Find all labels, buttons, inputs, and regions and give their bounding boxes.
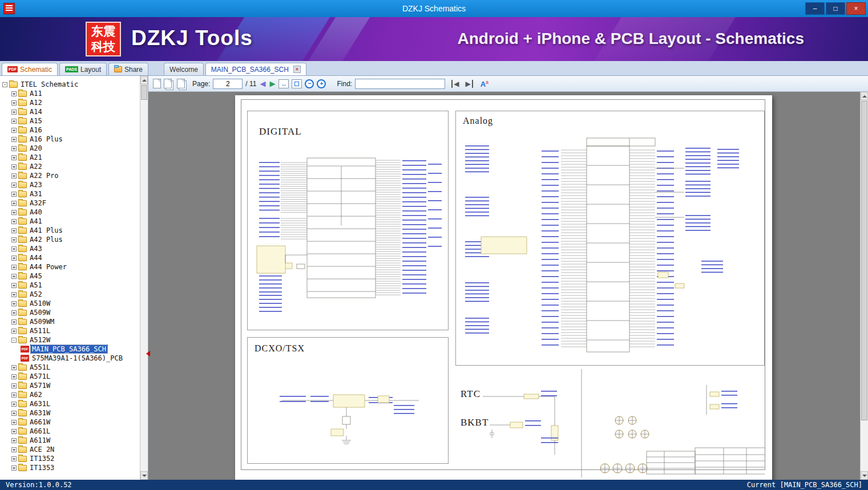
tree-item-folder[interactable]: +A41 (0, 217, 140, 226)
scroll-up-icon[interactable] (861, 92, 868, 100)
schematic-page[interactable]: DIGITAL Analog DCXO/TSX RTC BKBT (235, 95, 772, 480)
continuous-view-icon[interactable] (164, 79, 172, 88)
expand-icon[interactable]: + (11, 301, 17, 306)
tree-item-folder[interactable]: +A62 (0, 390, 140, 399)
tree-item-folder[interactable]: +A44 (0, 253, 140, 262)
pdf-viewer[interactable]: DIGITAL Analog DCXO/TSX RTC BKBT (148, 92, 868, 480)
expand-icon[interactable]: + (11, 374, 17, 379)
tree-item-file[interactable]: PDFMAIN_PCB_SA366_SCH (0, 345, 140, 354)
expand-icon[interactable]: + (11, 438, 17, 443)
expand-icon[interactable]: + (11, 210, 17, 215)
tree-item-folder[interactable]: +A511L (0, 326, 140, 335)
tab-layout[interactable]: PADS Layout (59, 63, 107, 75)
tree-item-folder[interactable]: +A611W (0, 436, 140, 445)
expand-icon[interactable]: + (11, 383, 17, 388)
tree-item-folder[interactable]: -ITEL Schematic (0, 80, 140, 89)
tree-item-folder[interactable]: +A23 (0, 180, 140, 189)
tree-item-folder[interactable]: +A43 (0, 244, 140, 253)
tree-item-folder[interactable]: +A15 (0, 116, 140, 125)
close-button[interactable]: × (846, 2, 866, 15)
expand-icon[interactable]: + (11, 146, 17, 151)
tree-item-folder[interactable]: +A44 Power (0, 262, 140, 272)
tree-item-file[interactable]: PDFS75MA39A1-1(SA366)_PCB (0, 354, 140, 363)
tree-item-folder[interactable]: +A509W (0, 308, 140, 317)
facing-pages-view-icon[interactable] (177, 79, 185, 88)
expand-icon[interactable]: + (11, 292, 17, 297)
expand-icon[interactable]: + (11, 365, 17, 370)
viewer-scrollbar[interactable] (860, 92, 868, 480)
expand-icon[interactable]: + (11, 329, 17, 334)
fit-page-button[interactable] (292, 79, 302, 88)
tree-item-folder[interactable]: +A510W (0, 299, 140, 308)
expand-icon[interactable]: + (11, 119, 17, 124)
fit-width-button[interactable]: ↔ (278, 79, 289, 88)
expand-icon[interactable]: + (11, 274, 17, 279)
expand-icon[interactable]: + (11, 319, 17, 325)
tree-scrollbar[interactable] (140, 76, 148, 480)
expand-icon[interactable]: + (11, 137, 17, 142)
tree-item-folder[interactable]: +A571W (0, 381, 140, 390)
tree-item-folder[interactable]: +A21 (0, 153, 140, 162)
collapse-sidebar-arrow-icon[interactable] (143, 351, 150, 357)
scrollbar-thumb[interactable] (141, 85, 147, 100)
tree-item-folder[interactable]: +A16 (0, 125, 140, 135)
match-case-button[interactable]: Aa (481, 79, 488, 88)
tree-item-folder[interactable]: +A571L (0, 372, 140, 381)
tree-item-folder[interactable]: +A31 (0, 189, 140, 199)
zoom-out-button[interactable]: − (305, 79, 314, 88)
expand-icon[interactable]: + (11, 420, 17, 425)
tree-item-folder[interactable]: +A22 Pro (0, 171, 140, 180)
expand-icon[interactable]: + (11, 411, 17, 416)
tree-item-folder[interactable]: +A45 (0, 272, 140, 281)
collapse-icon[interactable]: - (11, 338, 17, 343)
tree-item-folder[interactable]: +A51 (0, 281, 140, 290)
next-page-button[interactable]: ▶ (269, 79, 276, 88)
expand-icon[interactable]: + (11, 228, 17, 233)
scroll-down-icon[interactable] (861, 471, 868, 480)
scroll-down-icon[interactable] (140, 471, 148, 480)
tree-item-folder[interactable]: +A41 Plus (0, 226, 140, 235)
doc-tab-main-pcb[interactable]: MAIN_PCB_SA366_SCH × (205, 63, 306, 75)
expand-icon[interactable]: + (11, 155, 17, 160)
expand-icon[interactable]: + (11, 201, 17, 206)
expand-icon[interactable]: + (11, 265, 17, 270)
tab-share[interactable]: Share (108, 63, 148, 75)
expand-icon[interactable]: + (11, 310, 17, 315)
tree-item-folder[interactable]: +A16 Plus (0, 135, 140, 144)
expand-icon[interactable]: + (11, 237, 17, 242)
previous-page-button[interactable]: ◀ (259, 79, 266, 88)
expand-icon[interactable]: + (11, 219, 17, 224)
expand-icon[interactable]: + (11, 100, 17, 106)
collapse-icon[interactable]: - (2, 82, 7, 87)
tree-item-folder[interactable]: +A12 (0, 98, 140, 107)
tree-item-folder[interactable]: +A11 (0, 89, 140, 98)
doc-tab-welcome[interactable]: Welcome (164, 63, 204, 75)
tree-item-folder[interactable]: +A631L (0, 399, 140, 408)
expand-icon[interactable]: + (11, 91, 17, 96)
expand-icon[interactable]: + (11, 128, 17, 133)
expand-icon[interactable]: + (11, 429, 17, 434)
single-page-view-icon[interactable] (153, 79, 161, 88)
minimize-button[interactable]: – (805, 2, 825, 15)
tree-item-folder[interactable]: +A631W (0, 408, 140, 418)
find-previous-button[interactable]: ◀ (451, 80, 459, 88)
expand-icon[interactable]: + (11, 173, 17, 179)
expand-icon[interactable]: + (11, 256, 17, 261)
tree-item-folder[interactable]: +A42 Plus (0, 235, 140, 244)
tree-item-folder[interactable]: +ACE 2N (0, 445, 140, 454)
expand-icon[interactable]: + (11, 283, 17, 288)
find-next-button[interactable]: ▶ (465, 80, 473, 88)
expand-icon[interactable]: + (11, 183, 17, 188)
tree-item-folder[interactable]: +A509WM (0, 317, 140, 326)
tree-item-folder[interactable]: +A14 (0, 107, 140, 116)
scrollbar-thumb[interactable] (861, 101, 867, 420)
tree-item-folder[interactable]: +A661L (0, 427, 140, 436)
scroll-up-icon[interactable] (140, 76, 148, 84)
expand-icon[interactable]: + (11, 447, 17, 452)
expand-icon[interactable]: + (11, 246, 17, 252)
expand-icon[interactable]: + (11, 392, 17, 398)
tree-item-folder[interactable]: -A512W (0, 335, 140, 345)
close-tab-icon[interactable]: × (293, 66, 301, 73)
expand-icon[interactable]: + (11, 110, 17, 115)
expand-icon[interactable]: + (11, 164, 17, 169)
